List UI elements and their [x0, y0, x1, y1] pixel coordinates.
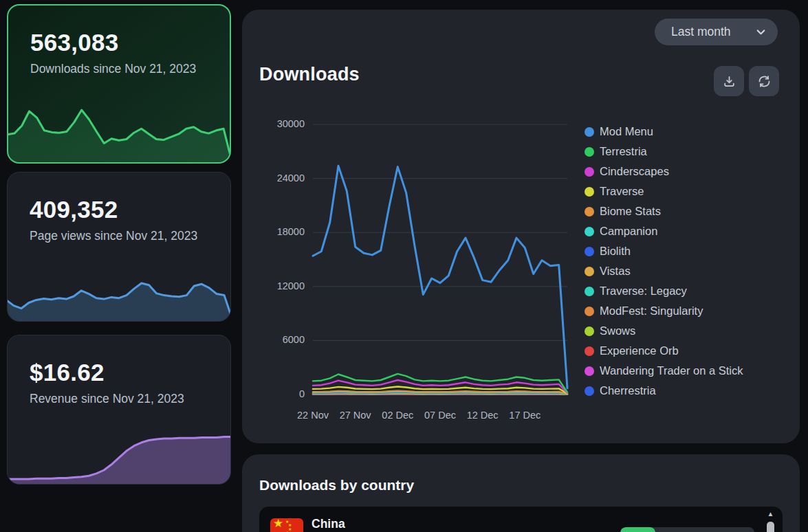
- legend-label: Biome Stats: [600, 205, 661, 218]
- legend-color-dot: [585, 326, 594, 336]
- legend-item[interactable]: Biolith: [585, 241, 743, 261]
- y-axis-label: 6000: [242, 334, 305, 345]
- stat-sparkline: [7, 98, 231, 164]
- chart-legend: Mod MenuTerrestriaCinderscapesTraverseBi…: [585, 122, 743, 401]
- scrollbar-thumb[interactable]: [767, 522, 774, 532]
- date-range-selector[interactable]: Last month: [655, 19, 778, 45]
- legend-color-dot: [585, 127, 594, 137]
- legend-label: Mod Menu: [600, 125, 653, 138]
- legend-color-dot: [585, 207, 594, 217]
- downloads-panel: Last month Downloads Mod MenuTerrestriaC…: [242, 10, 800, 443]
- stat-card-downloads[interactable]: 563,083 Downloads since Nov 21, 2023: [7, 4, 231, 164]
- legend-color-dot: [585, 167, 594, 177]
- legend-label: Biolith: [600, 245, 631, 258]
- legend-color-dot: [585, 267, 594, 276]
- country-panel-title: Downloads by country: [259, 477, 414, 494]
- legend-label: ModFest: Singularity: [600, 304, 703, 318]
- y-axis-label: 0: [242, 388, 305, 399]
- legend-item[interactable]: Experience Orb: [585, 341, 743, 361]
- country-list-scrollbar[interactable]: ▲: [765, 509, 776, 532]
- country-name: China: [312, 517, 345, 531]
- legend-color-dot: [585, 227, 594, 236]
- legend-item[interactable]: Vistas: [585, 261, 743, 281]
- chart-series-line: [313, 166, 567, 388]
- country-panel: Downloads by country ★ ★ ★ ★ ★ China ▲: [242, 454, 800, 532]
- legend-color-dot: [585, 247, 594, 256]
- legend-item[interactable]: Wandering Trader on a Stick: [585, 361, 743, 381]
- legend-item[interactable]: Cinderscapes: [585, 162, 743, 181]
- legend-color-dot: [585, 147, 594, 157]
- legend-label: Experience Orb: [600, 344, 679, 357]
- x-axis-label: 07 Dec: [416, 410, 464, 421]
- country-download-bar-fill: [620, 527, 655, 532]
- x-axis-label: 22 Nov: [289, 410, 337, 421]
- download-icon: [722, 74, 736, 89]
- x-axis-label: 17 Dec: [501, 410, 549, 421]
- legend-color-dot: [585, 287, 594, 296]
- legend-label: Terrestria: [600, 145, 647, 158]
- country-list: ★ ★ ★ ★ ★ China ▲: [259, 507, 783, 532]
- date-range-label: Last month: [671, 25, 731, 39]
- legend-item[interactable]: Campanion: [585, 221, 743, 241]
- stat-label: Revenue since Nov 21, 2023: [30, 391, 200, 407]
- stat-label: Page views since Nov 21, 2023: [30, 228, 200, 244]
- legend-item[interactable]: Mod Menu: [585, 122, 743, 142]
- stat-value: $16.62: [30, 359, 211, 386]
- legend-color-dot: [585, 187, 594, 197]
- stat-card-revenue[interactable]: $16.62 Revenue since Nov 21, 2023: [7, 335, 231, 485]
- stat-card-pageviews[interactable]: 409,352 Page views since Nov 21, 2023: [7, 172, 231, 322]
- country-row: ★ ★ ★ ★ ★ China: [259, 507, 783, 532]
- y-axis-label: 24000: [242, 173, 305, 184]
- legend-color-dot: [585, 366, 594, 376]
- legend-color-dot: [585, 346, 594, 356]
- x-axis-label: 27 Nov: [331, 410, 380, 421]
- scroll-up-icon[interactable]: ▲: [765, 509, 776, 520]
- stat-label: Downloads since Nov 21, 2023: [30, 61, 199, 77]
- legend-label: Cherrestria: [600, 384, 656, 397]
- legend-item[interactable]: Swows: [585, 321, 743, 341]
- y-axis-label: 18000: [242, 226, 305, 237]
- legend-label: Vistas: [600, 265, 631, 278]
- legend-label: Traverse: Legacy: [600, 285, 687, 298]
- x-axis-label: 02 Dec: [373, 410, 422, 421]
- legend-label: Cinderscapes: [600, 165, 669, 178]
- downloads-chart-plot: [313, 124, 567, 395]
- legend-color-dot: [585, 386, 594, 396]
- refresh-icon: [757, 74, 772, 89]
- legend-label: Traverse: [600, 185, 644, 198]
- china-flag-icon: ★ ★ ★ ★ ★: [270, 518, 303, 532]
- country-download-bar: [620, 527, 754, 532]
- y-axis-label: 30000: [242, 118, 305, 129]
- legend-item[interactable]: ModFest: Singularity: [585, 301, 743, 321]
- legend-label: Swows: [600, 324, 635, 337]
- legend-item[interactable]: Cherrestria: [585, 381, 743, 401]
- x-axis-label: 12 Dec: [459, 410, 507, 421]
- panel-title: Downloads: [259, 64, 360, 85]
- stat-value: 563,083: [30, 29, 210, 56]
- refresh-chart-button[interactable]: [749, 66, 779, 96]
- export-chart-button[interactable]: [714, 66, 744, 96]
- legend-item[interactable]: Terrestria: [585, 142, 743, 162]
- chevron-down-icon: [755, 26, 767, 38]
- stat-value: 409,352: [30, 196, 211, 223]
- legend-label: Wandering Trader on a Stick: [600, 364, 743, 377]
- stat-sparkline: [7, 269, 231, 322]
- stat-sparkline: [7, 422, 231, 485]
- legend-item[interactable]: Biome Stats: [585, 201, 743, 221]
- legend-item[interactable]: Traverse: Legacy: [585, 281, 743, 301]
- legend-item[interactable]: Traverse: [585, 181, 743, 201]
- legend-color-dot: [585, 307, 594, 316]
- legend-label: Campanion: [600, 225, 657, 238]
- y-axis-label: 12000: [242, 280, 305, 291]
